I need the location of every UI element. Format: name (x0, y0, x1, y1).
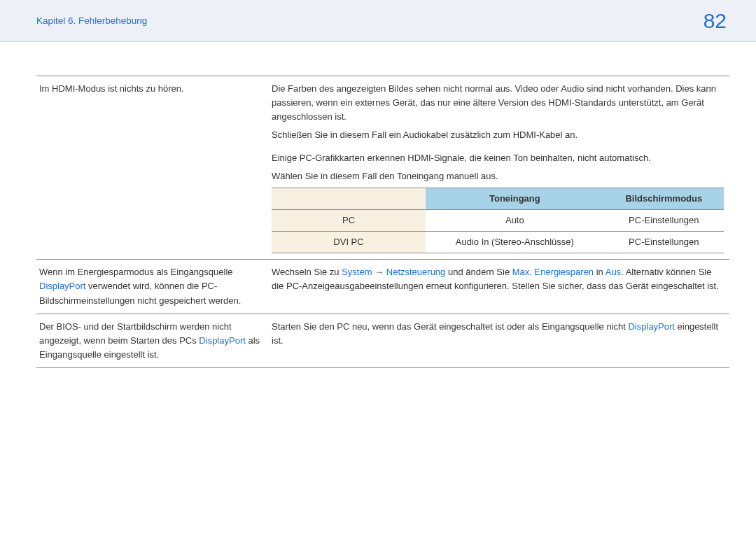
highlight-max-energiesparen: Max. Energiesparen (512, 267, 594, 277)
solution-cell: Starten Sie den PC neu, wenn das Gerät e… (269, 314, 729, 367)
table-cell: Audio In (Stereo-Anschlüsse) (426, 232, 604, 253)
table-header-row: Toneingang Bildschirmmodus (272, 188, 724, 209)
troubleshooting-table: Im HDMI-Modus ist nichts zu hören. Die F… (36, 76, 729, 368)
table-row: DVI PC Audio In (Stereo-Anschlüsse) PC-E… (272, 232, 724, 253)
solution-paragraph: Die Farben des angezeigten Bildes sehen … (272, 82, 724, 124)
highlight-displayport: DisplayPort (39, 281, 85, 291)
table-header-blank (272, 188, 426, 209)
issue-text-part: Wenn im Energiesparmodus als Eingangsque… (39, 267, 233, 277)
solution-text-part: Starten Sie den PC neu, wenn das Gerät e… (272, 321, 628, 332)
highlight-netzsteuerung: Netzsteuerung (386, 267, 446, 277)
table-cell: PC (272, 209, 426, 231)
table-row: Wenn im Energiesparmodus als Eingangsque… (36, 260, 729, 314)
table-row: Im HDMI-Modus ist nichts zu hören. Die F… (36, 76, 729, 260)
table-cell: DVI PC (272, 232, 426, 253)
solution-text-part: und ändern Sie (445, 267, 512, 277)
highlight-system: System (342, 267, 372, 277)
table-header-toneingang: Toneingang (426, 188, 604, 209)
page-number: 82 (704, 9, 727, 33)
highlight-displayport: DisplayPort (628, 321, 674, 332)
issue-cell: Im HDMI-Modus ist nichts zu hören. (36, 76, 269, 260)
content-area: Im HDMI-Modus ist nichts zu hören. Die F… (0, 42, 756, 368)
issue-cell: Der BIOS- und der Startbildschirm werden… (36, 314, 269, 367)
table-row: PC Auto PC-Einstellungen (272, 209, 724, 231)
highlight-displayport: DisplayPort (199, 335, 245, 346)
table-row: Der BIOS- und der Startbildschirm werden… (36, 314, 729, 367)
page-header: Kapitel 6. Fehlerbehebung 82 (0, 0, 756, 42)
solution-paragraph: Einige PC-Grafikkarten erkennen HDMI-Sig… (272, 151, 724, 165)
solution-paragraph: Wählen Sie in diesem Fall den Toneingang… (272, 169, 724, 183)
table-cell: PC-Einstellungen (604, 209, 724, 231)
solution-text-part: in (594, 267, 606, 277)
chapter-title: Kapitel 6. Fehlerbehebung (36, 15, 147, 26)
table-cell: Auto (426, 209, 604, 231)
highlight-aus: Aus (606, 267, 621, 277)
table-header-bildschirmmodus: Bildschirmmodus (604, 188, 724, 209)
issue-cell: Wenn im Energiesparmodus als Eingangsque… (36, 260, 269, 314)
table-cell: PC-Einstellungen (604, 232, 724, 253)
audio-mode-table: Toneingang Bildschirmmodus PC Auto PC-Ei… (272, 188, 724, 253)
solution-text-part: Wechseln Sie zu (272, 267, 342, 277)
solution-cell: Die Farben des angezeigten Bildes sehen … (269, 76, 729, 260)
solution-cell: Wechseln Sie zu System → Netzsteuerung u… (269, 260, 729, 314)
solution-paragraph: Schließen Sie in diesem Fall ein Audioka… (272, 128, 724, 142)
arrow-icon: → (372, 267, 386, 277)
